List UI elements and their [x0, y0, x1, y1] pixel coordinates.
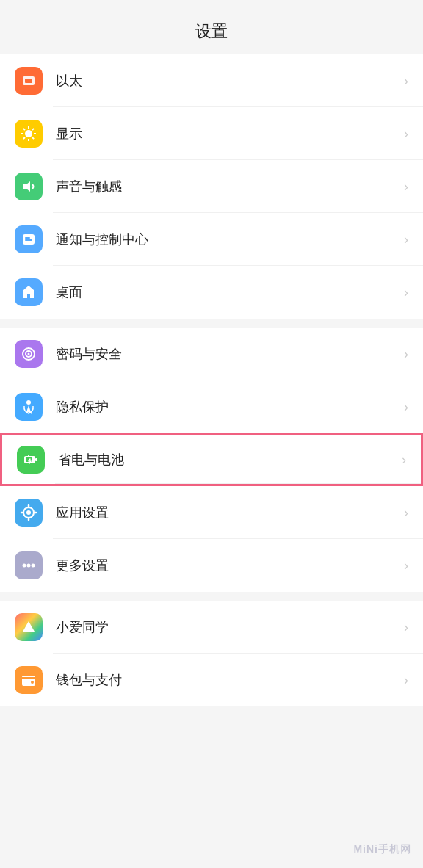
xiaoai-label: 小爱同学 [56, 618, 404, 636]
settings-item-desktop[interactable]: 桌面 › [0, 266, 423, 319]
svg-rect-13 [25, 237, 30, 239]
svg-point-23 [26, 510, 31, 515]
wlan-icon [15, 67, 43, 95]
svg-rect-34 [22, 677, 35, 679]
privacy-icon [15, 393, 43, 421]
sound-label: 声音与触感 [56, 178, 404, 195]
settings-item-wlan[interactable]: 以太 › [0, 54, 423, 107]
settings-group-1: 以太 › [0, 54, 423, 319]
desktop-icon [15, 278, 43, 306]
notification-icon [15, 225, 43, 253]
svg-point-35 [31, 681, 34, 684]
display-arrow: › [404, 126, 408, 142]
xiaoai-icon [15, 613, 43, 641]
settings-item-privacy[interactable]: 隐私保护 › [0, 380, 423, 433]
svg-point-31 [32, 564, 35, 568]
security-icon [15, 340, 43, 368]
settings-item-notification[interactable]: 通知与控制中心 › [0, 213, 423, 266]
settings-group-3: 小爱同学 › 钱包与支付 › [0, 601, 423, 706]
svg-point-17 [28, 353, 30, 355]
wallet-label: 钱包与支付 [56, 671, 404, 689]
svg-rect-14 [25, 239, 32, 241]
svg-point-29 [23, 564, 26, 568]
xiaoai-arrow: › [404, 620, 408, 635]
settings-item-battery[interactable]: 省电与电池 › [0, 433, 423, 486]
settings-item-more[interactable]: 更多设置 › [0, 539, 423, 592]
settings-group-2: 密码与安全 › 隐私保护 › [0, 328, 423, 592]
sound-arrow: › [404, 179, 408, 195]
apps-arrow: › [404, 505, 408, 521]
svg-line-10 [24, 137, 25, 139]
page-title: 设置 [0, 0, 423, 54]
watermark: MiNi手机网 [353, 843, 411, 856]
settings-item-wallet[interactable]: 钱包与支付 › [0, 654, 423, 706]
svg-point-2 [25, 130, 32, 137]
notification-label: 通知与控制中心 [56, 231, 404, 248]
apps-icon [15, 499, 43, 527]
svg-line-7 [24, 129, 25, 130]
svg-marker-11 [24, 181, 30, 192]
battery-arrow: › [402, 452, 406, 468]
more-label: 更多设置 [56, 557, 404, 574]
privacy-label: 隐私保护 [56, 398, 404, 416]
svg-point-18 [26, 400, 31, 405]
settings-item-apps[interactable]: 应用设置 › [0, 486, 423, 539]
wallet-icon [15, 666, 43, 694]
privacy-arrow: › [404, 399, 408, 415]
settings-item-display[interactable]: 显示 › [0, 107, 423, 160]
desktop-arrow: › [404, 285, 408, 300]
svg-marker-32 [23, 621, 35, 632]
svg-rect-1 [25, 79, 32, 83]
battery-icon [17, 446, 45, 474]
more-arrow: › [404, 558, 408, 574]
wlan-label: 以太 [56, 72, 404, 90]
settings-item-xiaoai[interactable]: 小爱同学 › [0, 601, 423, 654]
battery-label: 省电与电池 [58, 451, 402, 469]
svg-rect-22 [28, 455, 29, 457]
display-icon [15, 120, 43, 148]
settings-item-security[interactable]: 密码与安全 › [0, 328, 423, 380]
notification-arrow: › [404, 232, 408, 247]
page-container: 设置 以太 › [0, 0, 423, 706]
settings-item-sound[interactable]: 声音与触感 › [0, 160, 423, 213]
svg-point-30 [27, 564, 31, 568]
svg-rect-20 [35, 458, 37, 461]
security-label: 密码与安全 [56, 345, 404, 363]
svg-line-8 [32, 137, 34, 139]
more-icon [15, 551, 43, 579]
wallet-arrow: › [404, 673, 408, 688]
security-arrow: › [404, 347, 408, 362]
apps-label: 应用设置 [56, 504, 404, 521]
desktop-label: 桌面 [56, 283, 404, 301]
wlan-arrow: › [404, 73, 408, 89]
sound-icon [15, 173, 43, 200]
svg-line-9 [32, 129, 34, 130]
display-label: 显示 [56, 125, 404, 142]
